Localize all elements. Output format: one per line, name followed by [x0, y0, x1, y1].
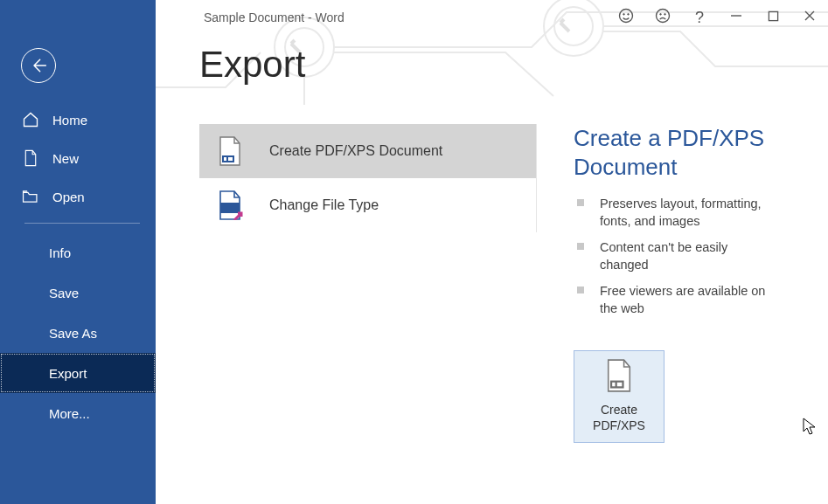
option-change-file-type[interactable]: Change File Type — [199, 178, 536, 232]
sidebar-item-label: Open — [52, 190, 85, 204]
svg-rect-13 — [228, 157, 233, 161]
svg-rect-10 — [769, 11, 777, 20]
sidebar-item-more[interactable]: More... — [0, 393, 156, 433]
create-button-label: Create PDF/XPS — [593, 403, 645, 433]
sidebar-item-label: Save — [49, 286, 79, 300]
details-heading: Create a PDF/XPS Document — [574, 124, 802, 183]
backstage-sidebar: Home New Open Info Save Save As Export M… — [0, 0, 156, 504]
svg-rect-16 — [612, 383, 615, 386]
option-label: Create PDF/XPS Document — [269, 143, 442, 159]
sidebar-item-label: Info — [49, 245, 71, 260]
details-bullets: Preserves layout, formatting, fonts, and… — [574, 195, 802, 317]
pdf-doc-large-icon — [604, 359, 634, 396]
svg-point-7 — [657, 10, 670, 23]
export-options-list: Create PDF/XPS Document Change File Type — [199, 124, 537, 232]
mouse-cursor-icon — [803, 418, 817, 438]
sidebar-item-save[interactable]: Save — [0, 273, 156, 313]
sidebar-item-export[interactable]: Export — [0, 353, 156, 393]
sidebar-item-label: Export — [49, 366, 87, 381]
sidebar-item-open[interactable]: Open — [0, 177, 156, 216]
svg-rect-17 — [617, 383, 623, 386]
frown-icon — [654, 7, 671, 28]
maximize-button[interactable] — [755, 0, 791, 35]
sidebar-item-label: Home — [52, 113, 87, 128]
svg-point-5 — [623, 14, 625, 16]
svg-rect-12 — [224, 157, 226, 161]
sidebar-item-label: New — [52, 151, 79, 166]
svg-point-6 — [628, 14, 630, 16]
details-bullet: Free viewers are available on the web — [574, 282, 766, 317]
sidebar-item-save-as[interactable]: Save As — [0, 313, 156, 353]
details-bullet: Content can't be easily changed — [574, 238, 766, 273]
export-details-pane: Create a PDF/XPS Document Preserves layo… — [574, 124, 802, 443]
backstage-main: Sample Document - Word ? — [156, 0, 828, 504]
svg-point-4 — [620, 10, 633, 23]
svg-point-8 — [660, 14, 662, 16]
folder-open-icon — [21, 187, 40, 206]
sidebar-item-label: Save As — [49, 326, 97, 341]
svg-point-9 — [664, 14, 666, 16]
page-heading: Export — [199, 44, 305, 86]
help-button[interactable]: ? — [681, 0, 718, 35]
new-doc-icon — [21, 148, 40, 168]
back-button[interactable] — [21, 48, 56, 83]
option-create-pdf-xps[interactable]: Create PDF/XPS Document — [199, 124, 536, 178]
sidebar-divider — [24, 223, 140, 224]
svg-rect-14 — [220, 203, 240, 213]
details-bullet: Preserves layout, formatting, fonts, and… — [574, 195, 766, 230]
minimize-icon — [730, 10, 742, 25]
back-arrow-icon — [29, 56, 48, 75]
option-label: Change File Type — [269, 197, 379, 213]
create-pdf-xps-button[interactable]: Create PDF/XPS — [574, 350, 664, 443]
feedback-smile-button[interactable] — [608, 0, 644, 35]
close-icon — [804, 10, 816, 25]
sidebar-item-info[interactable]: Info — [0, 232, 156, 273]
close-button[interactable] — [791, 0, 828, 35]
change-file-type-icon — [215, 190, 245, 220]
minimize-button[interactable] — [718, 0, 755, 35]
sidebar-item-home[interactable]: Home — [0, 100, 156, 139]
help-icon: ? — [695, 9, 704, 27]
title-bar: Sample Document - Word ? — [156, 0, 828, 35]
document-title: Sample Document - Word — [204, 10, 344, 24]
feedback-frown-button[interactable] — [644, 0, 681, 35]
home-icon — [21, 110, 40, 129]
smile-icon — [617, 7, 635, 28]
sidebar-item-new[interactable]: New — [0, 139, 156, 177]
maximize-icon — [768, 10, 779, 25]
sidebar-item-label: More... — [49, 406, 90, 421]
pdf-doc-icon — [215, 136, 245, 166]
